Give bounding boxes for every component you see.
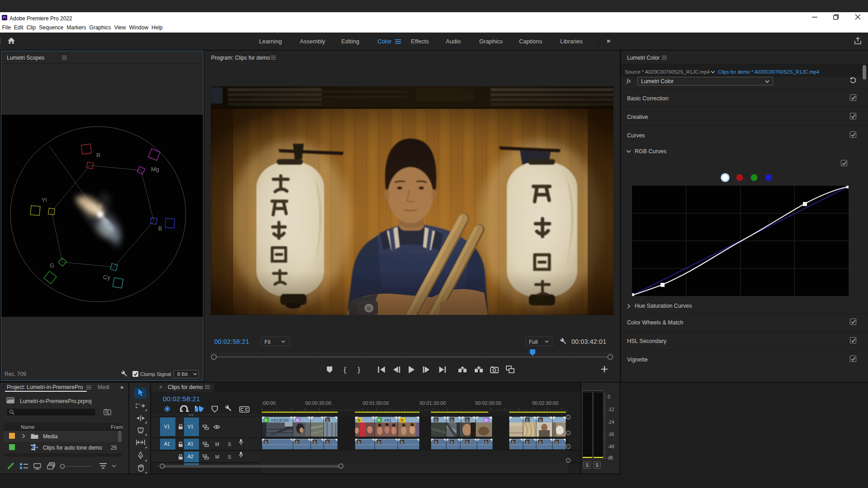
svg-text:fx: fx — [296, 418, 299, 422]
svg-text::00:00: :00:00 — [262, 400, 276, 406]
svg-text:fx: fx — [485, 440, 488, 445]
svg-text:fx: fx — [555, 440, 558, 445]
svg-text:A013C00: A013C00 — [271, 418, 289, 422]
svg-text:fx: fx — [539, 418, 542, 422]
svg-text:fx: fx — [434, 418, 438, 422]
svg-text:fx: fx — [401, 418, 404, 422]
svg-text:fx: fx — [450, 440, 453, 445]
svg-text:00:02:30:00: 00:02:30:00 — [532, 400, 558, 406]
svg-text:fx: fx — [358, 440, 361, 445]
svg-text:fx: fx — [485, 418, 488, 422]
svg-text:00:02:00:00: 00:02:00:00 — [475, 400, 501, 406]
svg-text:Cy: Cy — [103, 274, 110, 281]
svg-text:-24: -24 — [608, 420, 614, 425]
svg-text:fx: fx — [326, 440, 329, 445]
svg-text:-12: -12 — [608, 407, 614, 412]
svg-text:fx: fx — [401, 440, 404, 445]
svg-text:{: { — [344, 366, 346, 374]
svg-text:00:00:30:00: 00:00:30:00 — [305, 400, 331, 406]
svg-text:A01: A01 — [384, 418, 392, 422]
svg-text:fx: fx — [377, 418, 381, 422]
svg-text:fx: fx — [512, 440, 515, 445]
svg-text:fx: fx — [526, 418, 529, 422]
svg-text:Yl: Yl — [42, 197, 47, 203]
svg-text:}: } — [358, 366, 360, 374]
svg-text:fx: fx — [434, 440, 438, 445]
svg-text:fx: fx — [526, 440, 529, 445]
svg-text:00:01:30:00: 00:01:30:00 — [420, 400, 446, 406]
svg-text:G: G — [50, 262, 54, 269]
svg-text:fx: fx — [466, 440, 469, 445]
svg-text:-36: -36 — [608, 432, 614, 437]
svg-text:fx: fx — [326, 418, 329, 422]
svg-text:dB: dB — [608, 455, 613, 460]
svg-text:00:01:00:00: 00:01:00:00 — [363, 400, 389, 406]
svg-text:Mg: Mg — [151, 166, 159, 173]
svg-text:fx: fx — [450, 418, 453, 422]
svg-text:fx: fx — [264, 418, 268, 422]
svg-text:fx: fx — [296, 440, 299, 445]
svg-text:-48: -48 — [608, 444, 614, 449]
svg-text:fx: fx — [377, 440, 381, 445]
svg-text:0: 0 — [608, 394, 610, 399]
svg-text:fx: fx — [313, 440, 316, 445]
svg-text:fx: fx — [539, 440, 542, 445]
svg-text:fx: fx — [264, 440, 268, 445]
svg-text:fx: fx — [466, 418, 469, 422]
svg-text:B: B — [158, 225, 162, 232]
svg-text:fx: fx — [358, 418, 361, 422]
svg-text:R: R — [96, 152, 100, 159]
